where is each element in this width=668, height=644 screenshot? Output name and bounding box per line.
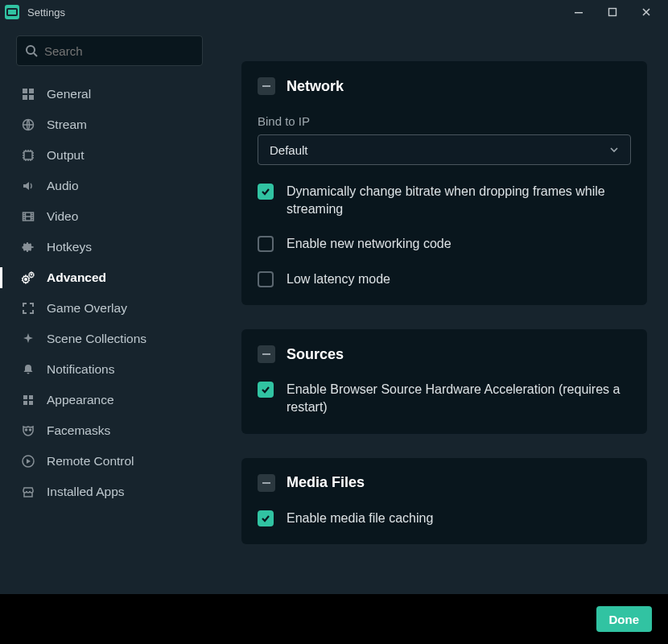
search-input[interactable] [44, 44, 197, 58]
sparkle-icon [19, 332, 37, 346]
sidebar-item-label: Installed Apps [47, 485, 125, 499]
svg-point-17 [30, 429, 31, 431]
sidebar-item-advanced[interactable]: Advanced [0, 262, 219, 293]
panel-title-media: Media Files [287, 474, 365, 491]
svg-point-16 [26, 429, 27, 431]
maximize-button[interactable] [596, 1, 629, 23]
checkbox-low-latency[interactable] [258, 271, 274, 287]
app-icon [5, 5, 19, 19]
collapse-icon[interactable] [258, 77, 275, 95]
svg-point-10 [24, 278, 27, 281]
svg-point-11 [31, 274, 33, 276]
collapse-icon[interactable] [258, 474, 275, 492]
swatch-icon [19, 393, 37, 407]
bind-ip-select[interactable]: Default [258, 134, 631, 165]
svg-rect-15 [29, 401, 33, 405]
window-title: Settings [27, 6, 65, 19]
sidebar-item-appearance[interactable]: Appearance [0, 385, 219, 415]
sidebar-item-stream[interactable]: Stream [0, 109, 219, 140]
sidebar-item-hotkeys[interactable]: Hotkeys [0, 232, 219, 262]
sidebar-item-label: Hotkeys [47, 240, 92, 254]
sidebar-item-facemasks[interactable]: Facemasks [0, 415, 219, 446]
panel-title-network: Network [287, 78, 344, 95]
play-icon [19, 454, 37, 469]
svg-rect-3 [23, 89, 27, 93]
checkbox-row-media-cache[interactable]: Enable media file caching [258, 510, 631, 527]
sidebar-item-label: Advanced [47, 270, 106, 285]
close-button[interactable] [629, 1, 663, 23]
sidebar-item-label: Stream [47, 118, 87, 132]
panel-title-sources: Sources [287, 346, 344, 363]
checkbox-media-cache[interactable] [258, 510, 274, 526]
film-icon [19, 209, 37, 224]
sidebar-item-label: Appearance [47, 393, 114, 407]
sidebar-item-output[interactable]: Output [0, 140, 219, 171]
svg-rect-5 [23, 95, 27, 100]
sidebar-item-label: Notifications [47, 362, 114, 377]
checkbox-row-hw-accel[interactable]: Enable Browser Source Hardware Accelerat… [258, 381, 631, 415]
sidebar-item-scene-collections[interactable]: Scene Collections [0, 324, 219, 354]
grid-icon [19, 87, 37, 101]
chip-icon [19, 148, 37, 163]
sidebar-item-notifications[interactable]: Notifications [0, 354, 219, 385]
svg-rect-6 [29, 95, 34, 100]
sidebar-item-video[interactable]: Video [0, 201, 219, 232]
panel-media: Media Files Enable media file caching [241, 458, 647, 545]
sidebar-item-installed-apps[interactable]: Installed Apps [0, 477, 219, 507]
expand-icon [19, 301, 37, 316]
collapse-icon[interactable] [258, 345, 275, 363]
checkbox-dynamic-bitrate[interactable] [258, 184, 274, 200]
label-dynamic-bitrate: Dynamically change bitrate when dropping… [287, 183, 631, 217]
main-content: Network Bind to IP Default Dynamically c… [225, 24, 668, 594]
checkbox-row-new-networking[interactable]: Enable new networking code [258, 235, 631, 253]
sidebar-item-label: Game Overlay [47, 301, 127, 316]
sidebar-item-general[interactable]: General [0, 79, 219, 109]
search-icon [25, 44, 38, 57]
panel-sources: Sources Enable Browser Source Hardware A… [241, 329, 647, 433]
label-media-cache: Enable media file caching [287, 510, 433, 527]
sidebar-item-label: Facemasks [47, 423, 110, 438]
checkbox-row-dynamic-bitrate[interactable]: Dynamically change bitrate when dropping… [258, 183, 631, 217]
svg-rect-8 [24, 151, 32, 159]
sidebar-item-game-overlay[interactable]: Game Overlay [0, 293, 219, 324]
svg-rect-13 [29, 395, 33, 399]
svg-rect-4 [29, 89, 34, 93]
bind-ip-value: Default [270, 143, 308, 157]
sidebar-item-label: Scene Collections [47, 332, 146, 346]
bell-icon [19, 362, 37, 377]
gears-icon [19, 270, 37, 285]
chevron-down-icon [609, 145, 619, 155]
volume-icon [19, 179, 37, 193]
sidebar-item-remote-control[interactable]: Remote Control [0, 446, 219, 477]
globe-icon [19, 118, 37, 132]
svg-rect-12 [23, 395, 27, 399]
footer: Done [0, 594, 668, 644]
checkbox-row-low-latency[interactable]: Low latency mode [258, 270, 631, 288]
bind-ip-label: Bind to IP [258, 114, 631, 128]
svg-rect-14 [23, 401, 27, 405]
label-hw-accel: Enable Browser Source Hardware Accelerat… [287, 381, 631, 415]
panel-network: Network Bind to IP Default Dynamically c… [241, 61, 647, 305]
label-low-latency: Low latency mode [287, 270, 390, 288]
titlebar: Settings [0, 0, 668, 24]
checkbox-new-networking[interactable] [258, 236, 274, 252]
mask-icon [19, 423, 37, 438]
sidebar-item-label: Remote Control [47, 454, 134, 469]
svg-rect-0 [575, 12, 583, 14]
done-button[interactable]: Done [596, 606, 653, 632]
gear-icon [19, 240, 37, 254]
sidebar-item-audio[interactable]: Audio [0, 171, 219, 201]
checkbox-hw-accel[interactable] [258, 382, 274, 398]
sidebar-item-label: General [47, 87, 91, 101]
sidebar-item-label: Audio [47, 179, 79, 193]
store-icon [19, 485, 37, 499]
minimize-button[interactable] [562, 1, 596, 23]
sidebar-item-label: Output [47, 148, 85, 163]
label-new-networking: Enable new networking code [287, 235, 452, 253]
search-input-wrap[interactable] [16, 35, 203, 66]
svg-rect-1 [609, 9, 616, 16]
sidebar: GeneralStreamOutputAudioVideoHotkeysAdva… [0, 24, 225, 594]
svg-point-2 [27, 46, 35, 54]
sidebar-item-label: Video [47, 209, 78, 224]
